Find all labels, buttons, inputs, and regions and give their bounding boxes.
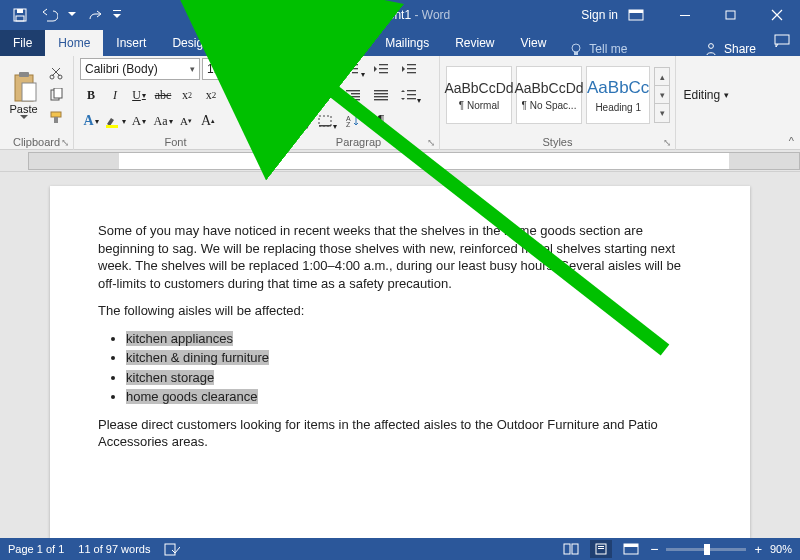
align-right-icon[interactable] — [340, 84, 366, 106]
styles-launcher-icon[interactable]: ⤡ — [663, 135, 671, 151]
zoom-in-icon[interactable]: + — [754, 542, 762, 557]
multilevel-button[interactable]: ▾ — [340, 58, 366, 80]
format-painter-icon[interactable] — [45, 108, 67, 126]
style-normal[interactable]: AaBbCcDd¶ Normal — [446, 66, 512, 124]
bullets-button[interactable]: ▾ — [284, 58, 310, 80]
document-area[interactable]: Some of you may have noticed in recent w… — [0, 172, 800, 538]
save-icon[interactable] — [6, 0, 34, 30]
strikethrough-button[interactable]: abc — [152, 84, 174, 106]
paragraph-launcher-icon[interactable]: ⤡ — [427, 135, 435, 151]
tab-layout[interactable]: Layout — [223, 30, 285, 56]
font-color-icon[interactable]: A▾ — [128, 110, 150, 132]
tell-me[interactable]: Tell me — [559, 42, 627, 56]
collapse-ribbon-icon[interactable]: ^ — [789, 135, 794, 147]
svg-rect-65 — [319, 125, 331, 127]
change-case-button[interactable]: Aa▾ — [152, 110, 174, 132]
zoom-level[interactable]: 90% — [770, 543, 792, 555]
align-left-icon[interactable] — [284, 84, 310, 106]
ribbon-options-icon[interactable] — [622, 0, 650, 30]
shrink-font-icon[interactable]: A▾ — [176, 110, 196, 132]
page-count[interactable]: Page 1 of 1 — [8, 543, 64, 555]
tab-file[interactable]: File — [0, 30, 45, 56]
svg-rect-18 — [54, 88, 62, 98]
bullet-list[interactable]: kitchen appliances kitchen & dining furn… — [126, 330, 702, 406]
paragraph-3[interactable]: Please direct customers looking for item… — [98, 416, 702, 451]
comments-icon[interactable] — [774, 34, 790, 48]
cut-icon[interactable] — [45, 64, 67, 82]
text-effects-icon[interactable]: A▾ — [80, 110, 102, 132]
style-heading1[interactable]: AaBbCcHeading 1 — [586, 66, 650, 124]
sort-icon[interactable]: AZ — [340, 110, 366, 132]
share-icon — [704, 42, 718, 56]
paste-dropdown-icon[interactable] — [20, 115, 28, 120]
svg-rect-55 — [346, 96, 360, 97]
read-mode-icon[interactable] — [560, 540, 582, 558]
justify-icon[interactable] — [368, 84, 394, 106]
tab-home[interactable]: Home — [45, 30, 103, 56]
close-icon[interactable] — [754, 0, 800, 30]
tab-review[interactable]: Review — [442, 30, 507, 56]
styles-scroll[interactable]: ▴▾▾ — [654, 67, 670, 123]
tab-mailings[interactable]: Mailings — [372, 30, 442, 56]
undo-dropdown-icon[interactable] — [66, 0, 78, 30]
tab-design[interactable]: Design — [159, 30, 222, 56]
clear-format-icon[interactable]: A — [224, 84, 246, 106]
numbering-button[interactable]: 123▾ — [312, 58, 338, 80]
maximize-icon[interactable] — [708, 0, 754, 30]
grow-font2-icon[interactable]: A▴ — [198, 110, 218, 132]
web-layout-icon[interactable] — [620, 540, 642, 558]
line-spacing-icon[interactable]: ▾ — [396, 84, 422, 106]
underline-button[interactable]: U▾ — [128, 84, 150, 106]
list-item[interactable]: kitchen appliances — [126, 330, 702, 348]
undo-icon[interactable] — [36, 0, 64, 30]
italic-button[interactable]: I — [104, 84, 126, 106]
minimize-icon[interactable] — [662, 0, 708, 30]
zoom-out-icon[interactable]: − — [650, 541, 658, 557]
svg-rect-14 — [22, 83, 36, 101]
tab-references[interactable]: References — [285, 30, 372, 56]
word-count[interactable]: 11 of 97 words — [78, 543, 150, 555]
clipboard-group-label: Clipboard — [13, 136, 60, 148]
paste-icon[interactable] — [10, 71, 38, 103]
paragraph-1[interactable]: Some of you may have noticed in recent w… — [98, 222, 702, 292]
superscript-button[interactable]: x2 — [200, 84, 222, 106]
redo-icon[interactable] — [80, 0, 108, 30]
tab-view[interactable]: View — [508, 30, 560, 56]
print-layout-icon[interactable] — [590, 540, 612, 558]
share-button[interactable]: Share — [704, 42, 756, 56]
svg-rect-13 — [19, 72, 29, 77]
tab-insert[interactable]: Insert — [103, 30, 159, 56]
svg-rect-52 — [321, 99, 329, 100]
svg-rect-68 — [165, 544, 175, 555]
font-launcher-icon[interactable]: ⤡ — [265, 135, 273, 151]
align-center-icon[interactable] — [312, 84, 338, 106]
font-name-combo[interactable]: Calibri (Body)▾ — [80, 58, 200, 80]
paragraph-2[interactable]: The following aisles will be affected: — [98, 302, 702, 320]
svg-text:A: A — [227, 88, 236, 102]
page[interactable]: Some of you may have noticed in recent w… — [50, 186, 750, 538]
grow-font-icon[interactable]: A▴ — [244, 58, 264, 80]
style-nospacing[interactable]: AaBbCcDd¶ No Spac... — [516, 66, 582, 124]
clipboard-launcher-icon[interactable]: ⤡ — [61, 135, 69, 151]
bold-button[interactable]: B — [80, 84, 102, 106]
copy-icon[interactable] — [45, 86, 67, 104]
list-item[interactable]: home goods clearance — [126, 388, 702, 406]
show-marks-icon[interactable]: ¶ — [368, 110, 394, 132]
list-item[interactable]: kitchen storage — [126, 369, 702, 387]
qat-customize-icon[interactable] — [110, 0, 124, 30]
decrease-indent-icon[interactable] — [368, 58, 394, 80]
ruler[interactable] — [0, 150, 800, 172]
editing-button[interactable]: Editing ▾ — [676, 56, 736, 134]
sign-in-link[interactable]: Sign in — [581, 8, 618, 22]
subscript-button[interactable]: x2 — [176, 84, 198, 106]
paste-label[interactable]: Paste — [9, 103, 37, 115]
list-item[interactable]: kitchen & dining furniture — [126, 349, 702, 367]
highlight-icon[interactable]: ▾ — [104, 110, 126, 132]
spellcheck-icon[interactable] — [164, 542, 180, 556]
shading-icon[interactable]: ▾ — [284, 110, 310, 132]
borders-icon[interactable]: ▾ — [312, 110, 338, 132]
zoom-slider[interactable] — [666, 548, 746, 551]
font-size-combo[interactable]: 11▾ — [202, 58, 242, 80]
svg-rect-49 — [318, 90, 332, 91]
increase-indent-icon[interactable] — [396, 58, 422, 80]
